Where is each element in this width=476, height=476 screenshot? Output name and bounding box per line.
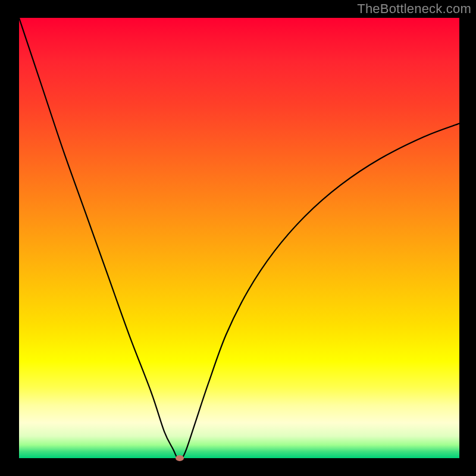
- optimal-point-marker: [176, 455, 184, 461]
- watermark-text: TheBottleneck.com: [357, 1, 471, 17]
- curve-svg-container: [19, 18, 459, 458]
- chart-plot-area: [19, 18, 459, 458]
- bottleneck-curve-line: [19, 18, 459, 458]
